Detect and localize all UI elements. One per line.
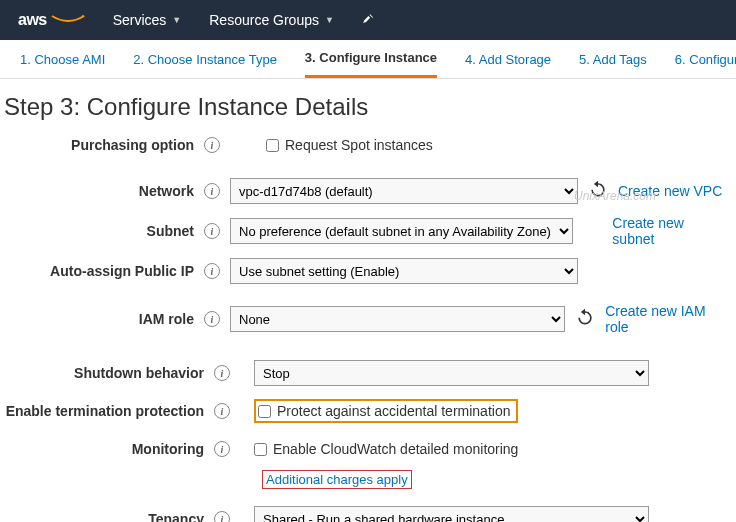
- label-network: Network: [0, 183, 200, 199]
- nav-services[interactable]: Services ▼: [113, 12, 182, 28]
- row-iam-role: IAM role i None Create new IAM role: [0, 303, 728, 335]
- label-iam-role: IAM role: [0, 311, 200, 327]
- label-tenancy: Tenancy: [0, 511, 210, 522]
- watermark: UnixArena.com: [574, 189, 656, 203]
- highlight-box-red: Additional charges apply: [262, 470, 412, 489]
- link-create-subnet[interactable]: Create new subnet: [612, 215, 728, 247]
- row-purchasing-option: Purchasing option i Request Spot instanc…: [0, 131, 728, 159]
- select-iam-role[interactable]: None: [230, 306, 565, 332]
- highlight-box-orange: Protect against accidental termination: [254, 399, 518, 423]
- checkbox-cloudwatch-monitoring[interactable]: [254, 443, 267, 456]
- checkbox-monitoring-wrapper[interactable]: Enable CloudWatch detailed monitoring: [254, 441, 518, 457]
- checkbox-spot-instances[interactable]: [266, 139, 279, 152]
- info-icon[interactable]: i: [214, 511, 230, 522]
- info-icon[interactable]: i: [204, 263, 220, 279]
- label-subnet: Subnet: [0, 223, 200, 239]
- tab-choose-instance-type[interactable]: 2. Choose Instance Type: [133, 52, 277, 77]
- caret-down-icon: ▼: [325, 15, 334, 25]
- nav-services-label: Services: [113, 12, 167, 28]
- form-section-1: Purchasing option i Request Spot instanc…: [0, 127, 736, 335]
- info-icon[interactable]: i: [204, 223, 220, 239]
- info-icon[interactable]: i: [214, 365, 230, 381]
- select-network[interactable]: vpc-d17d74b8 (default): [230, 178, 578, 204]
- checkbox-monitoring-label: Enable CloudWatch detailed monitoring: [273, 441, 518, 457]
- checkbox-termination-wrapper[interactable]: Protect against accidental termination: [258, 403, 510, 419]
- wizard-tabs: 1. Choose AMI 2. Choose Instance Type 3.…: [0, 40, 736, 79]
- select-subnet[interactable]: No preference (default subnet in any Ava…: [230, 218, 573, 244]
- info-icon[interactable]: i: [204, 137, 220, 153]
- link-create-iam-role[interactable]: Create new IAM role: [605, 303, 728, 335]
- top-navbar: aws Services ▼ Resource Groups ▼: [0, 0, 736, 40]
- info-icon[interactable]: i: [204, 311, 220, 327]
- page-title: Step 3: Configure Instance Details: [0, 79, 736, 127]
- select-shutdown-behavior[interactable]: Stop: [254, 360, 649, 386]
- checkbox-termination-label: Protect against accidental termination: [277, 403, 510, 419]
- checkbox-spot-instances-wrapper[interactable]: Request Spot instances: [266, 137, 433, 153]
- info-icon[interactable]: i: [214, 441, 230, 457]
- label-purchasing-option: Purchasing option: [0, 137, 200, 153]
- tab-add-storage[interactable]: 4. Add Storage: [465, 52, 551, 77]
- label-termination-protection: Enable termination protection: [0, 403, 210, 419]
- label-shutdown-behavior: Shutdown behavior: [0, 365, 210, 381]
- tab-choose-ami[interactable]: 1. Choose AMI: [20, 52, 105, 77]
- select-public-ip[interactable]: Use subnet setting (Enable): [230, 258, 578, 284]
- checkbox-termination-protection[interactable]: [258, 405, 271, 418]
- nav-resource-groups-label: Resource Groups: [209, 12, 319, 28]
- aws-logo[interactable]: aws: [18, 11, 85, 29]
- row-monitoring-note: Additional charges apply: [0, 465, 728, 493]
- row-monitoring: Monitoring i Enable CloudWatch detailed …: [0, 435, 728, 463]
- caret-down-icon: ▼: [172, 15, 181, 25]
- form-section-2: Shutdown behavior i Stop Enable terminat…: [0, 355, 736, 522]
- label-monitoring: Monitoring: [0, 441, 210, 457]
- tab-add-tags[interactable]: 5. Add Tags: [579, 52, 647, 77]
- refresh-icon[interactable]: [575, 307, 595, 332]
- row-termination-protection: Enable termination protection i Protect …: [0, 397, 728, 425]
- info-icon[interactable]: i: [204, 183, 220, 199]
- info-icon[interactable]: i: [214, 403, 230, 419]
- tab-configure-security[interactable]: 6. Configure Secu: [675, 52, 736, 77]
- row-tenancy: Tenancy i Shared - Run a shared hardware…: [0, 505, 728, 522]
- row-shutdown-behavior: Shutdown behavior i Stop: [0, 359, 728, 387]
- tab-configure-instance[interactable]: 3. Configure Instance: [305, 50, 437, 78]
- checkbox-spot-instances-label: Request Spot instances: [285, 137, 433, 153]
- row-public-ip: Auto-assign Public IP i Use subnet setti…: [0, 257, 728, 285]
- link-additional-charges[interactable]: Additional charges apply: [266, 472, 408, 487]
- aws-logo-text: aws: [18, 11, 47, 28]
- aws-smile-icon: [51, 15, 85, 25]
- nav-resource-groups[interactable]: Resource Groups ▼: [209, 12, 334, 28]
- select-tenancy[interactable]: Shared - Run a shared hardware instance: [254, 506, 649, 522]
- pin-icon[interactable]: [362, 12, 376, 29]
- row-subnet: Subnet i No preference (default subnet i…: [0, 215, 728, 247]
- label-public-ip: Auto-assign Public IP: [0, 263, 200, 279]
